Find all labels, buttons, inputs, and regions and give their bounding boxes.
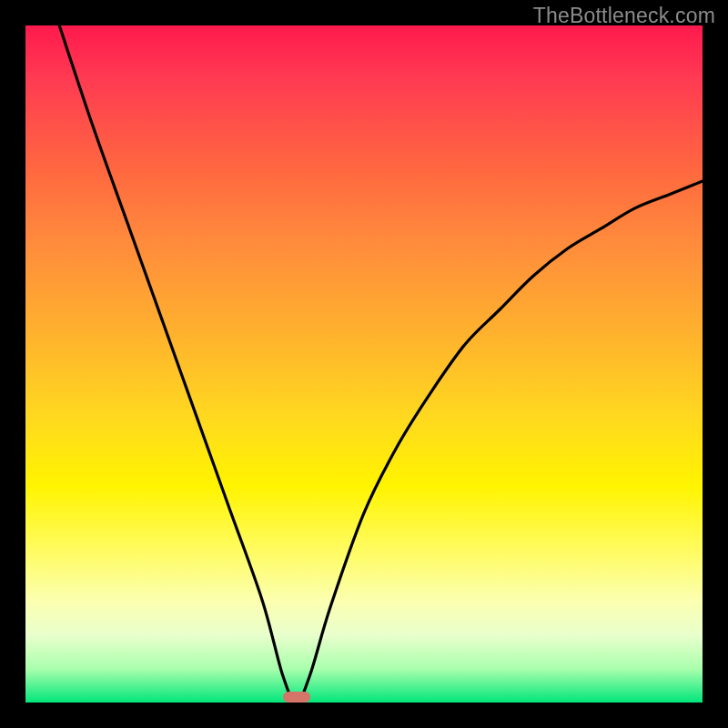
chart-curve <box>25 25 703 703</box>
chart-minimum-marker <box>283 692 310 703</box>
watermark-text: TheBottleneck.com <box>533 4 715 28</box>
chart-plot-area <box>25 25 703 703</box>
